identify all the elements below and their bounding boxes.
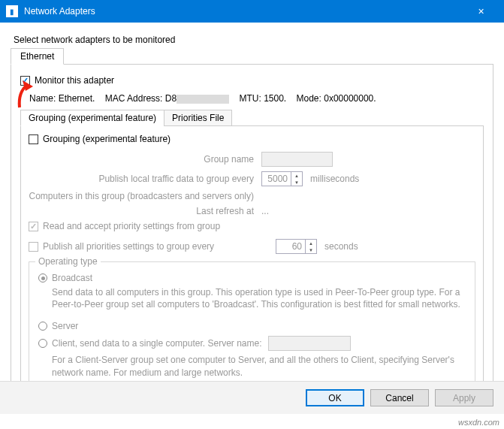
broadcast-help: Send data to all computers in this group… — [52, 286, 466, 310]
publish-unit: milliseconds — [310, 174, 359, 184]
monitor-adapter-row: Monitor this adapter — [20, 75, 484, 86]
watermark: wsxdn.com — [458, 418, 499, 427]
computers-in-group-label: Computers in this group (broadcasters an… — [29, 191, 261, 201]
mac-redacted — [177, 95, 229, 104]
monitor-adapter-label: Monitor this adapter — [35, 75, 114, 86]
publish-interval-spinner[interactable]: 5000 ▲▼ — [261, 171, 303, 186]
radio-broadcast-label: Broadcast — [52, 273, 92, 283]
close-button[interactable]: × — [464, 0, 498, 23]
publish-priorities-value: 60 — [276, 241, 305, 252]
publish-interval-value: 5000 — [262, 174, 291, 184]
server-name-input[interactable] — [268, 336, 351, 351]
adapter-mac-value: D8 — [165, 93, 177, 104]
grouping-row: Grouping (experimental feature) — [29, 134, 475, 144]
operating-type-legend: Operating type — [35, 256, 101, 267]
chevron-up-icon[interactable]: ▲ — [291, 172, 302, 179]
group-name-label: Group name — [29, 154, 261, 165]
read-accept-row: Read and accept priority settings from g… — [29, 221, 475, 231]
publish-priorities-spinner[interactable]: 60 ▲▼ — [276, 239, 317, 254]
chevron-up-icon[interactable]: ▲ — [306, 240, 316, 246]
sub-tabstrip: Grouping (experimental feature) Prioriti… — [20, 110, 484, 126]
adapter-mtu-label: MTU: — [239, 93, 261, 104]
ok-button[interactable]: OK — [306, 389, 364, 406]
apply-button[interactable]: Apply — [435, 389, 493, 406]
grouping-checkbox[interactable] — [29, 134, 38, 144]
grouping-label: Grouping (experimental feature) — [43, 134, 171, 144]
adapter-mtu-value: 1500. — [264, 93, 286, 104]
app-icon: ▮ — [6, 5, 18, 17]
publish-traffic-label: Publish local traffic data to group ever… — [29, 174, 261, 184]
instruction-text: Select network adapters to be monitored — [14, 35, 490, 45]
adapter-info: Name: Ethernet. MAC Address: D8 MTU: 150… — [29, 93, 484, 104]
publish-priorities-row: Publish all priorities settings to group… — [29, 239, 475, 254]
operating-type-fieldset: Operating type Broadcast Send data to al… — [29, 261, 475, 394]
read-accept-checkbox[interactable] — [29, 222, 38, 231]
main-tabstrip: Ethernet — [11, 48, 493, 65]
ethernet-pane: Monitor this adapter Name: Ethernet. MAC… — [11, 65, 493, 412]
last-refresh-value: ... — [261, 206, 269, 216]
subtab-grouping[interactable]: Grouping (experimental feature) — [20, 110, 164, 126]
group-name-input[interactable] — [261, 152, 333, 167]
chevron-down-icon[interactable]: ▼ — [291, 179, 302, 186]
radio-client[interactable] — [38, 339, 47, 348]
subtab-priorities[interactable]: Priorities File — [164, 110, 232, 126]
publish-priorities-unit: seconds — [324, 241, 358, 252]
client-help: For a Client-Server group set one comput… — [52, 354, 466, 378]
publish-priorities-label: Publish all priorities settings to group… — [43, 241, 276, 252]
cancel-button[interactable]: Cancel — [370, 389, 429, 406]
adapter-mode-value: 0x00000000. — [324, 93, 376, 104]
radio-client-label: Client, send data to a single computer. … — [52, 338, 262, 349]
publish-priorities-checkbox[interactable] — [29, 242, 38, 252]
title-bar: ▮ Network Adapters × — [0, 0, 504, 23]
adapter-name-value: Ethernet. — [59, 93, 95, 104]
chevron-down-icon[interactable]: ▼ — [306, 246, 316, 253]
adapter-mode-label: Mode: — [297, 93, 321, 104]
radio-server-label: Server — [52, 321, 78, 331]
dialog-content: Select network adapters to be monitored … — [0, 23, 504, 420]
radio-broadcast[interactable] — [38, 273, 47, 282]
grouping-pane: Grouping (experimental feature) Group na… — [20, 126, 484, 404]
monitor-adapter-checkbox[interactable] — [20, 76, 30, 86]
tab-ethernet[interactable]: Ethernet — [11, 48, 64, 65]
read-accept-label: Read and accept priority settings from g… — [43, 221, 220, 231]
button-bar: OK Cancel Apply — [0, 381, 504, 414]
adapter-mac-label: MAC Address: — [105, 93, 163, 104]
last-refresh-label: Last refresh at — [29, 206, 261, 216]
adapter-name-label: Name: — [29, 93, 56, 104]
window-title: Network Adapters — [24, 6, 464, 17]
radio-server[interactable] — [38, 322, 47, 331]
